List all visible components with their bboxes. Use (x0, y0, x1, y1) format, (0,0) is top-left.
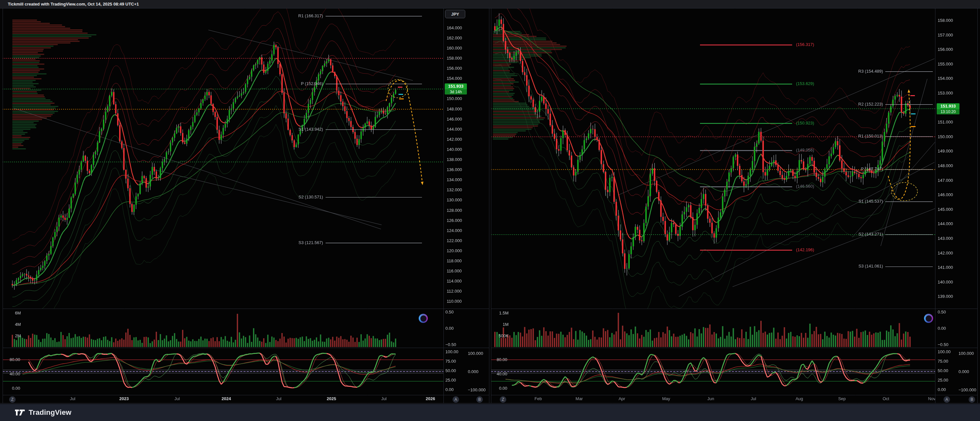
axis-button-a[interactable]: A (453, 396, 459, 403)
currency-toggle-button[interactable]: JPY (445, 10, 465, 18)
axis-button-z[interactable]: Z (9, 396, 16, 403)
brand-name[interactable]: TradingView (29, 408, 71, 417)
tradingview-logo-icon[interactable] (15, 408, 26, 416)
header-title: Tickmill created with TradingView.com, O… (8, 2, 139, 6)
header-bar: Tickmill created with TradingView.com, O… (0, 0, 980, 8)
axis-button-z[interactable]: Z (500, 396, 506, 403)
last-price-label: 151.933 (937, 103, 959, 109)
axis-button-a[interactable]: A (943, 396, 950, 403)
broker-watermark-icon (419, 314, 428, 323)
price-badge-left: 151.933 3d 14h (445, 83, 467, 94)
price-badge-right: 151.933 13:10:20 (937, 103, 959, 114)
axis-button-b[interactable]: B (476, 396, 483, 403)
chart-canvas[interactable] (0, 0, 980, 421)
bar-countdown-label: 13:10:20 (937, 109, 959, 114)
axis-button-b[interactable]: B (969, 396, 975, 403)
bar-countdown-label: 3d 14h (445, 89, 467, 94)
last-price-label: 151.933 (445, 83, 467, 89)
footer-bar: TradingView (0, 404, 980, 421)
tradingview-multichart-window: Tickmill created with TradingView.com, O… (0, 0, 980, 421)
broker-watermark-icon (924, 314, 933, 323)
